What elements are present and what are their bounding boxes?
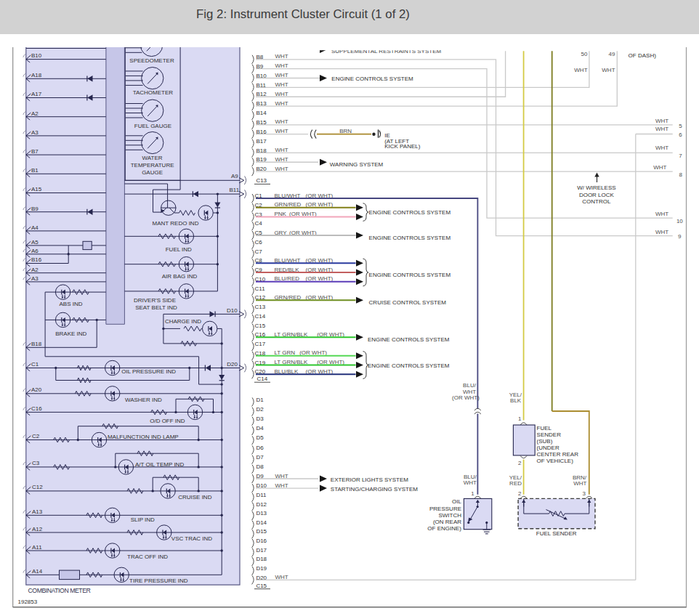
svg-text:C17: C17 [255, 341, 266, 347]
svg-text:RED: RED [509, 480, 522, 487]
svg-text:WHT: WHT [275, 156, 288, 163]
svg-text:C6: C6 [255, 239, 263, 246]
svg-text:A6: A6 [31, 248, 39, 254]
svg-text:WHT: WHT [275, 91, 288, 97]
svg-text:C7: C7 [255, 248, 263, 255]
svg-text:CONTROL: CONTROL [582, 198, 611, 205]
svg-text:ENGINE CONTROLS SYSTEM: ENGINE CONTROLS SYSTEM [369, 235, 451, 241]
svg-text:B10: B10 [31, 52, 42, 59]
svg-text:ENGINE CONTROLS SYSTEM: ENGINE CONTROLS SYSTEM [369, 272, 451, 278]
svg-text:DOOR LOCK: DOOR LOCK [579, 192, 615, 198]
svg-text:B1: B1 [31, 167, 39, 174]
svg-text:B16: B16 [31, 256, 42, 263]
svg-text:WHT: WHT [275, 147, 288, 153]
svg-text:WHT: WHT [653, 164, 666, 171]
svg-text:B11: B11 [230, 187, 240, 193]
svg-text:D5: D5 [256, 434, 264, 441]
svg-text:B18: B18 [31, 341, 42, 347]
svg-text:D11: D11 [256, 492, 267, 498]
svg-text:FUEL: FUEL [537, 425, 552, 431]
svg-text:FUEL GAUGE: FUEL GAUGE [134, 123, 171, 129]
svg-text:AIR BAG IND: AIR BAG IND [162, 273, 198, 280]
svg-text:D19: D19 [256, 565, 267, 572]
svg-text:WHT: WHT [275, 53, 288, 60]
svg-text:WHT: WHT [275, 574, 288, 580]
svg-text:D18: D18 [256, 556, 267, 562]
svg-text:D14: D14 [256, 519, 267, 526]
svg-text:MANT REDO IND: MANT REDO IND [153, 220, 199, 227]
svg-text:7: 7 [679, 153, 682, 159]
svg-text:WHT: WHT [655, 211, 668, 217]
svg-text:A/T OIL TEMP IND: A/T OIL TEMP IND [135, 461, 185, 468]
svg-text:(SUB): (SUB) [537, 438, 553, 445]
svg-text:COMBINATION METER: COMBINATION METER [28, 587, 91, 594]
svg-text:SWITCH: SWITCH [438, 512, 461, 519]
svg-text:C14: C14 [257, 376, 268, 382]
svg-text:192853: 192853 [18, 599, 38, 605]
svg-text:D3: D3 [256, 416, 264, 422]
svg-text:WATER: WATER [142, 155, 163, 161]
svg-text:WASHER IND: WASHER IND [125, 397, 162, 403]
svg-text:A5: A5 [31, 239, 39, 246]
svg-text:1: 1 [518, 416, 522, 422]
svg-text:C15: C15 [256, 583, 267, 589]
svg-text:(ON REAR: (ON REAR [433, 519, 461, 525]
svg-text:WHT: WHT [275, 72, 288, 78]
svg-text:WHT: WHT [655, 145, 668, 151]
svg-text:DRIVER'S SIDE: DRIVER'S SIDE [134, 297, 176, 304]
svg-text:GAUGE: GAUGE [142, 169, 163, 176]
svg-text:A11: A11 [32, 544, 42, 551]
svg-text:WHT: WHT [275, 128, 288, 134]
svg-text:D13: D13 [256, 510, 267, 516]
svg-text:C11: C11 [255, 285, 266, 292]
svg-text:MALFUNCTION IND LAMP: MALFUNCTION IND LAMP [108, 434, 179, 440]
svg-text:EXTERIOR LIGHTS SYSTEM: EXTERIOR LIGHTS SYSTEM [331, 477, 408, 483]
svg-text:WHT: WHT [275, 166, 288, 172]
svg-text:STARTING/CHARGING SYSTEM: STARTING/CHARGING SYSTEM [331, 486, 418, 493]
svg-text:A12: A12 [32, 526, 43, 532]
svg-text:A15: A15 [31, 186, 42, 192]
svg-text:TRAC OFF IND: TRAC OFF IND [127, 554, 168, 560]
svg-text:D10: D10 [227, 307, 238, 314]
svg-text:WHT: WHT [275, 473, 288, 479]
svg-text:C14: C14 [255, 313, 266, 320]
svg-text:BLK: BLK [510, 397, 522, 404]
svg-text:D4: D4 [256, 425, 264, 431]
svg-text:WHT: WHT [655, 126, 668, 132]
svg-text:A3: A3 [31, 129, 39, 136]
svg-text:D1: D1 [256, 397, 264, 403]
svg-text:B17: B17 [256, 138, 267, 145]
svg-text:ENGINE CONTROLS SYSTEM: ENGINE CONTROLS SYSTEM [369, 209, 451, 216]
svg-text:2: 2 [518, 490, 522, 497]
svg-text:TACHOMETER: TACHOMETER [133, 89, 174, 96]
svg-text:C3: C3 [32, 460, 40, 466]
svg-text:FUEL IND: FUEL IND [166, 246, 192, 253]
svg-text:5: 5 [679, 123, 682, 129]
svg-text:WHT: WHT [275, 118, 288, 125]
svg-text:D15: D15 [256, 528, 267, 535]
svg-text:C16: C16 [31, 405, 42, 412]
svg-text:WHT: WHT [275, 100, 288, 107]
svg-text:C15: C15 [255, 323, 266, 329]
svg-text:C1: C1 [31, 361, 39, 368]
svg-text:SENDER: SENDER [537, 431, 562, 438]
svg-text:TEMPERATURE: TEMPERATURE [131, 162, 174, 169]
svg-text:C13: C13 [256, 177, 267, 184]
svg-text:D7: D7 [256, 454, 264, 461]
svg-text:D12: D12 [256, 501, 267, 508]
svg-text:OIL: OIL [452, 498, 461, 505]
svg-text:2: 2 [518, 460, 522, 466]
svg-text:VSC TRAC IND: VSC TRAC IND [171, 535, 213, 542]
svg-text:W/ WIRELESS: W/ WIRELESS [577, 185, 615, 191]
svg-text:WHT: WHT [602, 67, 615, 73]
svg-text:WHT: WHT [574, 67, 587, 73]
svg-text:(UNDER: (UNDER [537, 445, 559, 451]
svg-text:D16: D16 [256, 538, 267, 544]
svg-text:A20: A20 [31, 386, 42, 393]
svg-text:A4: A4 [31, 224, 39, 231]
svg-text:CHARGE IND: CHARGE IND [165, 318, 201, 325]
svg-text:SLIP IND: SLIP IND [131, 516, 155, 523]
svg-text:A13: A13 [32, 508, 43, 515]
svg-text:WHT: WHT [464, 479, 477, 486]
svg-text:OF DASH): OF DASH) [629, 52, 657, 59]
